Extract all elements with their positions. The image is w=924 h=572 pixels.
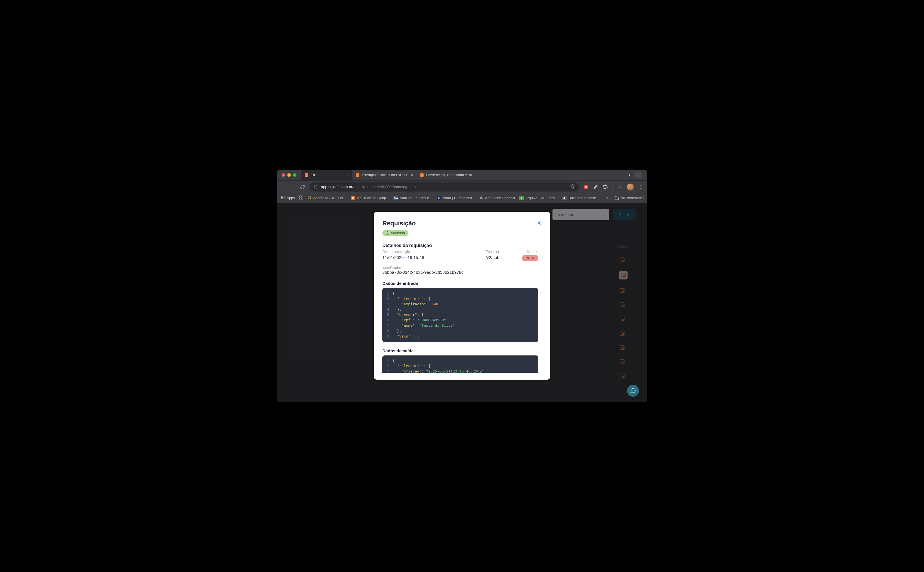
bookmarks-bar: AppsAgente MARS (Ser…BÁguia de TI: "xcop… xyxy=(277,193,647,203)
output-code-block[interactable]: 1{2 "calendario": {3 "criacao": "2025-01… xyxy=(382,356,538,373)
close-tab-icon[interactable]: × xyxy=(347,173,349,177)
svg-point-6 xyxy=(641,188,642,189)
browser-menu-icon[interactable] xyxy=(639,184,643,190)
bookmark-favicon-icon xyxy=(299,195,304,201)
code-line: 8 }, xyxy=(382,328,538,334)
code-line: 1{ xyxy=(382,291,538,296)
svg-rect-8 xyxy=(282,196,283,197)
tab-overflow-button[interactable]: ⌄ xyxy=(634,172,642,179)
code-line: 3 "expiracao": 3600 xyxy=(382,302,538,307)
close-window-button[interactable] xyxy=(282,173,285,177)
titlebar: Efí × Exemplos Oficiais das APIs E × Cre… xyxy=(277,169,647,180)
bookmarks-overflow-button[interactable]: » xyxy=(604,196,611,200)
bookmark-item[interactable]: App Store Connect xyxy=(479,196,515,201)
code-line: 2 "calendario": { xyxy=(382,364,538,369)
maximize-window-button[interactable] xyxy=(293,173,296,177)
identifier-value: 3bbba70c-0342-4b31-9adb-3d58b21b978c xyxy=(382,270,538,275)
browser-tab[interactable]: Exemplos Oficiais das APIs E × xyxy=(352,169,417,180)
browser-tab[interactable]: Credenciais, Certificado e Au × xyxy=(417,169,480,180)
svg-rect-14 xyxy=(282,198,283,199)
efi-favicon-icon xyxy=(356,173,360,177)
svg-rect-9 xyxy=(284,196,284,197)
bookmark-favicon-icon: ◆ xyxy=(562,196,567,201)
check-icon: ✓ xyxy=(386,232,389,235)
close-tab-icon[interactable]: × xyxy=(474,173,476,177)
downloads-icon[interactable] xyxy=(617,184,622,190)
bookmark-favicon-icon: AC xyxy=(394,196,398,201)
output-data-heading: Dados de saída xyxy=(382,348,538,353)
bookmark-item[interactable] xyxy=(299,195,304,201)
url-text: app.sejaefi.com.br/api/aplicacoes/299300… xyxy=(321,185,567,189)
status-pill: ✓ Sucesso xyxy=(382,230,408,236)
close-tab-icon[interactable]: × xyxy=(411,173,413,177)
request-detail-modal: Requisição ✓ Sucesso ✕ Detalhes da requi… xyxy=(374,212,550,379)
extension-badge-icon[interactable]: 0 xyxy=(583,184,589,190)
forward-button[interactable] xyxy=(290,184,295,190)
new-tab-button[interactable]: + xyxy=(625,172,634,178)
extensions-icon[interactable] xyxy=(603,184,608,190)
url-input[interactable]: app.sejaefi.com.br/api/aplicacoes/299300… xyxy=(310,182,579,191)
efi-favicon-icon xyxy=(304,173,309,177)
tab-strip: Efí × Exemplos Oficiais das APIs E × Cre… xyxy=(301,169,625,180)
bookmark-favicon-icon xyxy=(307,196,312,201)
bookmark-favicon-icon xyxy=(479,196,483,201)
all-bookmarks-button[interactable]: All Bookmarks xyxy=(614,196,643,201)
modal-title: Requisição xyxy=(382,220,415,227)
all-bookmarks-label: All Bookmarks xyxy=(621,196,643,200)
svg-rect-17 xyxy=(302,196,303,197)
efi-favicon-icon xyxy=(420,173,424,177)
close-modal-button[interactable]: ✕ xyxy=(537,220,542,227)
code-line: 3 "criacao": "2025-01-11T22:15:46.230Z", xyxy=(382,369,538,373)
code-line: 7 "nome": "Teste da Silva" xyxy=(382,323,538,328)
input-code-block[interactable]: 1{2 "calendario": {3 "expiracao": 36004 … xyxy=(382,288,538,342)
bookmark-favicon-icon: ● xyxy=(519,196,524,201)
browser-tab[interactable]: Efí × xyxy=(301,169,352,180)
eyedropper-icon[interactable] xyxy=(593,184,598,190)
svg-point-5 xyxy=(641,187,642,187)
traffic-lights xyxy=(282,173,296,177)
bookmark-label: Alura | Cursos onli… xyxy=(443,196,475,200)
svg-point-2 xyxy=(316,188,318,188)
svg-marker-3 xyxy=(571,184,575,188)
svg-point-0 xyxy=(314,187,315,187)
bookmark-star-icon[interactable] xyxy=(570,184,575,190)
tab-title: Efí xyxy=(311,173,344,177)
bookmark-label: Águia de TI: "xcop… xyxy=(357,196,389,200)
bookmark-item[interactable]: BÁguia de TI: "xcop… xyxy=(351,196,389,201)
profile-avatar[interactable] xyxy=(627,183,634,190)
code-line: 6 "cpf": "09486949980", xyxy=(382,317,538,323)
bookmark-item[interactable]: ACAlfaCon - cursos e… xyxy=(394,196,433,201)
svg-rect-19 xyxy=(302,198,303,199)
svg-rect-16 xyxy=(299,196,301,197)
endpoint-label: Endpoint xyxy=(485,250,499,254)
minimize-window-button[interactable] xyxy=(287,173,291,177)
method-pill: POST xyxy=(522,255,538,261)
bookmark-label: AlfaCon - cursos e… xyxy=(400,196,433,200)
bookmark-item[interactable]: Agente MARS (Ser… xyxy=(307,196,347,201)
bookmark-label: Apps xyxy=(287,196,295,200)
reload-button[interactable] xyxy=(300,184,305,190)
back-button[interactable] xyxy=(281,184,285,190)
site-settings-icon[interactable] xyxy=(313,185,318,189)
svg-rect-15 xyxy=(284,198,284,199)
bookmark-item[interactable]: ●Arquivo .BAT: Intro… xyxy=(519,196,558,201)
bookmark-item[interactable]: Apps xyxy=(281,195,295,201)
code-line: 5 "devedor": { xyxy=(382,312,538,317)
details-heading: Detalhes da requisição xyxy=(382,243,538,248)
modal-body[interactable]: Detalhes da requisição Data de execução … xyxy=(382,243,542,373)
svg-point-1 xyxy=(316,185,318,186)
method-label: Método xyxy=(527,250,538,254)
help-chat-button[interactable] xyxy=(627,385,639,397)
bookmark-item[interactable]: aAlura | Cursos onli… xyxy=(437,196,475,201)
bookmark-favicon-icon: B xyxy=(351,196,355,201)
tab-title: Credenciais, Certificado e Au xyxy=(426,173,472,177)
svg-rect-11 xyxy=(282,197,283,198)
svg-rect-23 xyxy=(310,198,311,199)
svg-rect-7 xyxy=(281,196,282,197)
input-data-heading: Dados de entrada xyxy=(382,281,538,286)
svg-rect-10 xyxy=(281,197,282,198)
bookmark-label: Build and release… xyxy=(568,196,599,200)
bookmark-item[interactable]: ◆Build and release… xyxy=(562,196,599,201)
svg-point-4 xyxy=(641,185,642,186)
bookmark-label: Agente MARS (Ser… xyxy=(313,196,347,200)
